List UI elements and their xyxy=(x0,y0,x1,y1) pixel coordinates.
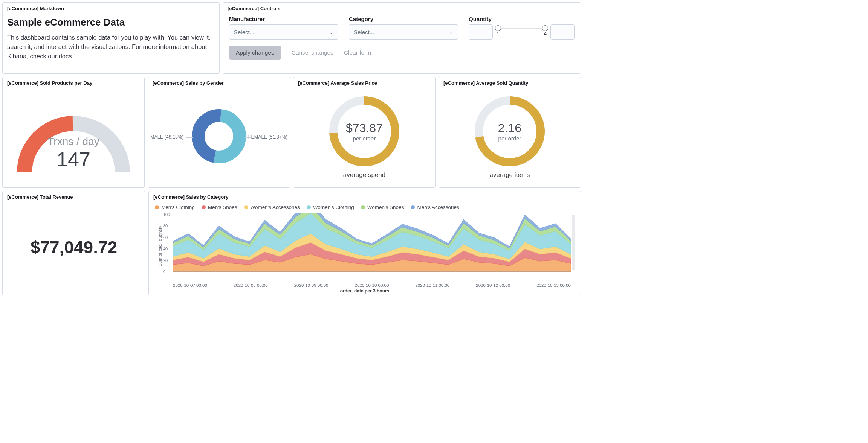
legend-item[interactable]: Men's Clothing xyxy=(155,204,195,210)
area-chart[interactable]: Sum of total_quantity 100806040200 xyxy=(153,212,576,283)
legend-label: Women's Accessories xyxy=(251,204,300,210)
panel-title: [eCommerce] Average Sales Price xyxy=(293,77,435,87)
legend-label: Women's Shoes xyxy=(367,204,404,210)
markdown-heading: Sample eCommerce Data xyxy=(7,17,215,28)
clear-form-button[interactable]: Clear form xyxy=(344,49,371,56)
markdown-body-text: This dashboard contains sample data for … xyxy=(7,34,210,59)
y-axis-ticks: 100806040200 xyxy=(163,212,170,274)
revenue-metric: $77,049.72 xyxy=(31,237,117,257)
leader-line xyxy=(186,137,193,138)
legend-item[interactable]: Women's Shoes xyxy=(361,204,404,210)
y-tick: 100 xyxy=(163,212,170,217)
panel-title: [eCommerce] Controls xyxy=(223,3,581,13)
panel-sold-per-day: [eCommerce] Sold Products per Day Trxns … xyxy=(2,77,145,188)
panel-total-revenue: [eCommerce] Total Revenue $77,049.72 xyxy=(2,191,145,295)
x-tick: 2020-10-11 00:00 xyxy=(415,283,449,288)
goal-caption: average spend xyxy=(343,171,385,179)
legend-dot-icon xyxy=(361,205,365,209)
goal-donut: $73.87 per order xyxy=(327,94,402,169)
x-tick: 2020-10-10 00:00 xyxy=(355,283,389,288)
slider-max-label: 4 xyxy=(544,31,547,37)
panel-title: [eCommerce] Total Revenue xyxy=(3,191,145,201)
gauge-label: Trxns / day xyxy=(7,135,140,148)
panel-sales-by-category: [eCommerce] Sales by Category Men's Clot… xyxy=(148,191,581,295)
goal-sub: per order xyxy=(353,135,376,142)
male-label: MALE (48.13%) xyxy=(150,134,183,140)
chart-legend: Men's ClothingMen's ShoesWomen's Accesso… xyxy=(153,203,576,212)
female-label: FEMALE (51.87%) xyxy=(248,134,287,140)
legend-dot-icon xyxy=(307,205,311,209)
quantity-control: Quantity 1 4 xyxy=(469,16,575,40)
legend-label: Men's Shoes xyxy=(208,204,237,210)
legend-item[interactable]: Men's Accessories xyxy=(411,204,459,210)
goal-donut: 2.16 per order xyxy=(472,94,547,169)
goal-sub: per order xyxy=(498,135,521,142)
panel-title: [eCommerce] Markdown xyxy=(3,3,219,13)
panel-title: [eCommerce] Sales by Category xyxy=(149,191,581,201)
panel-avg-sales-price: [eCommerce] Average Sales Price $73.87 p… xyxy=(293,77,436,188)
legend-item[interactable]: Women's Accessories xyxy=(244,204,300,210)
category-control: Category Select... ⌄ xyxy=(349,16,458,40)
quantity-label: Quantity xyxy=(469,16,575,22)
slider-handle-max[interactable] xyxy=(542,25,548,31)
markdown-body: This dashboard contains sample data for … xyxy=(7,33,215,61)
leader-line xyxy=(245,137,252,138)
goal-caption: average items xyxy=(490,171,530,179)
goal-value: $73.87 xyxy=(346,121,383,135)
markdown-body-after: . xyxy=(72,53,74,59)
cancel-changes-button[interactable]: Cancel changes xyxy=(292,49,333,56)
gauge-chart: Trxns / day 147 xyxy=(7,89,140,184)
y-tick: 40 xyxy=(163,247,170,251)
y-tick: 20 xyxy=(163,258,170,263)
dashboard-grid: [eCommerce] Markdown Sample eCommerce Da… xyxy=(2,2,581,295)
category-select[interactable]: Select... ⌄ xyxy=(349,24,458,40)
legend-dot-icon xyxy=(411,205,415,209)
y-axis-label: Sum of total_quantity xyxy=(158,226,162,266)
quantity-slider[interactable]: 1 4 xyxy=(497,28,547,37)
x-axis-label: order_date per 3 hours xyxy=(153,288,576,294)
manufacturer-control: Manufacturer Select... ⌄ xyxy=(229,16,338,40)
manufacturer-label: Manufacturer xyxy=(229,16,338,22)
legend-dot-icon xyxy=(155,205,159,209)
slider-min-label: 1 xyxy=(497,31,499,37)
category-placeholder: Select... xyxy=(354,29,374,35)
chart-scrollbar[interactable] xyxy=(572,215,575,270)
legend-dot-icon xyxy=(244,205,248,209)
donut-chart: MALE (48.13%) FEMALE (51.87%) xyxy=(153,89,285,184)
x-tick: 2020-10-08 00:00 xyxy=(234,283,268,288)
x-tick: 2020-10-07 00:00 xyxy=(173,283,207,288)
y-tick: 0 xyxy=(163,269,170,274)
slider-handle-min[interactable] xyxy=(495,25,501,31)
y-tick: 60 xyxy=(163,235,170,240)
chevron-down-icon: ⌄ xyxy=(449,29,453,35)
quantity-max-input[interactable] xyxy=(550,24,575,40)
apply-changes-button[interactable]: Apply changes xyxy=(229,46,281,60)
panel-title: [eCommerce] Sales by Gender xyxy=(148,77,290,87)
panel-controls: [eCommerce] Controls Manufacturer Select… xyxy=(223,2,581,74)
category-label: Category xyxy=(349,16,458,22)
x-tick: 2020-10-13 00:00 xyxy=(536,283,571,288)
legend-item[interactable]: Men's Shoes xyxy=(202,204,237,210)
chevron-down-icon: ⌄ xyxy=(329,29,333,35)
x-tick: 2020-10-12 00:00 xyxy=(476,283,510,288)
legend-label: Men's Clothing xyxy=(161,204,195,210)
panel-title: [eCommerce] Average Sold Quantity xyxy=(439,77,581,87)
legend-label: Women's Clothing xyxy=(313,204,354,210)
x-axis-ticks: 2020-10-07 00:002020-10-08 00:002020-10-… xyxy=(153,283,576,288)
panel-avg-sold-quantity: [eCommerce] Average Sold Quantity 2.16 p… xyxy=(439,77,581,188)
gauge-value: 147 xyxy=(7,148,140,171)
goal-value: 2.16 xyxy=(498,121,521,135)
panel-sales-by-gender: [eCommerce] Sales by Gender MALE (48.13%… xyxy=(148,77,290,188)
docs-link[interactable]: docs xyxy=(59,53,72,59)
manufacturer-select[interactable]: Select... ⌄ xyxy=(229,24,338,40)
legend-item[interactable]: Women's Clothing xyxy=(307,204,354,210)
quantity-min-input[interactable] xyxy=(469,24,493,40)
manufacturer-placeholder: Select... xyxy=(234,29,254,35)
legend-dot-icon xyxy=(202,205,206,209)
legend-label: Men's Accessories xyxy=(417,204,459,210)
panel-title: [eCommerce] Sold Products per Day xyxy=(3,77,144,87)
y-tick: 80 xyxy=(163,224,170,228)
x-tick: 2020-10-09 00:00 xyxy=(294,283,329,288)
panel-markdown: [eCommerce] Markdown Sample eCommerce Da… xyxy=(2,2,220,74)
